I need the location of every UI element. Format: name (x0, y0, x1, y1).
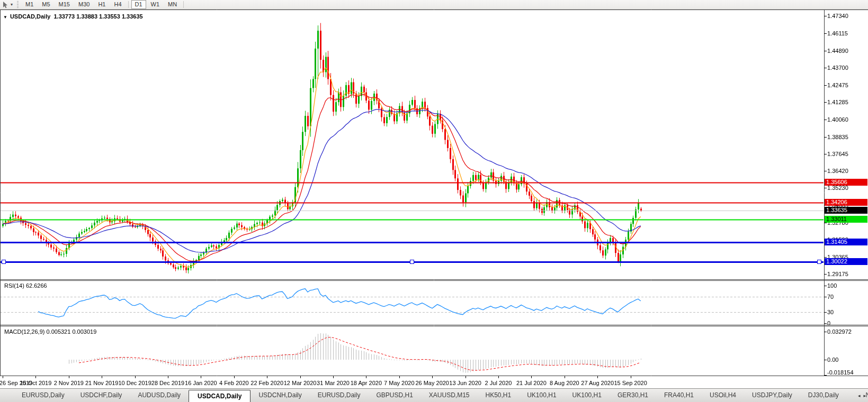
tab-item-usdcad-daily[interactable]: USDCAD,Daily (189, 390, 250, 402)
toolbar-grip[interactable] (17, 1, 19, 8)
timeframe-button-m5[interactable]: M5 (38, 0, 53, 9)
tab-item-hk50-h1[interactable]: HK50,H1 (478, 389, 520, 402)
timeframe-button-m15[interactable]: M15 (55, 0, 74, 9)
cursor-tool-button[interactable]: ▾ (2, 1, 14, 8)
tabs-scroll-right-button[interactable]: ▸ (863, 393, 866, 398)
tab-item-usoil-h4[interactable]: USOil,H4 (702, 389, 744, 402)
timeframe-toolbar: ▾ M1M5M15M30H1H4D1W1MN (0, 0, 868, 10)
timeframe-button-mn[interactable]: MN (164, 0, 181, 9)
tabs-scroll-left-button[interactable]: ◂ (858, 393, 861, 398)
tab-item-uk100-h1[interactable]: UK100,H1 (519, 389, 564, 402)
timeframe-button-m30[interactable]: M30 (75, 0, 93, 9)
tab-item-audusd-daily[interactable]: AUDUSD,Daily (130, 389, 189, 402)
symbol-tabbar: EURUSD,DailyUSDCHF,DailyAUDUSD,DailyUSDC… (0, 388, 868, 402)
timeframe-button-w1[interactable]: W1 (147, 0, 164, 9)
toolbar-separator (183, 1, 184, 8)
tab-item-usdchf-daily[interactable]: USDCHF,Daily (73, 389, 130, 402)
tab-item-eurusd-daily[interactable]: EURUSD,Daily (14, 389, 73, 402)
timeframe-button-h1[interactable]: H1 (94, 0, 109, 9)
timeframe-button-h4[interactable]: H4 (110, 0, 125, 9)
tab-item-xauusd-m15[interactable]: XAUUSD,M15 (421, 389, 478, 402)
timeframe-button-m1[interactable]: M1 (22, 0, 37, 9)
cursor-dropdown-icon[interactable]: ▾ (11, 2, 13, 7)
tab-item-gbpusd-h1[interactable]: GBPUSD,H1 (368, 389, 420, 402)
tab-item-uk100-h1[interactable]: UK100,H1 (565, 389, 610, 402)
tab-item-ger30-h1[interactable]: GER30,H1 (610, 389, 656, 402)
tab-item-dj30-daily[interactable]: DJ30,Daily (800, 389, 847, 402)
tab-item-usdcnh-daily[interactable]: USDCNH,Daily (250, 389, 309, 402)
tab-item-fra40-h1[interactable]: FRA40,H1 (656, 389, 702, 402)
toolbar-separator (128, 1, 129, 8)
tabs-scroll: ◂ ▸ (855, 389, 866, 402)
tab-item-usdjpy-daily[interactable]: USDJPY,Daily (744, 389, 800, 402)
timeframe-button-d1[interactable]: D1 (131, 0, 146, 9)
price-chart-canvas[interactable] (0, 10, 868, 388)
chart-window: ▼USDCAD,Daily 1.33773 1.33883 1.33553 1.… (0, 10, 868, 388)
tab-item-eurusd-daily[interactable]: EURUSD,Daily (310, 389, 369, 402)
cursor-icon (2, 1, 10, 8)
